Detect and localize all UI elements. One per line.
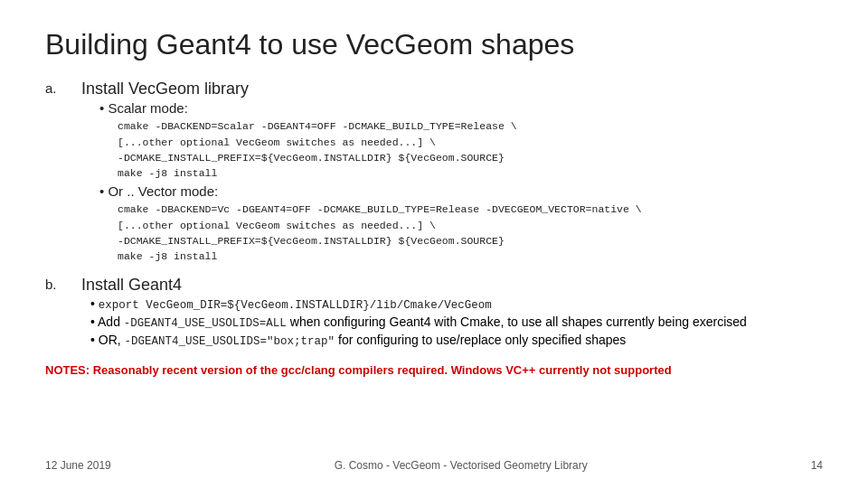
slide: Building Geant4 to use VecGeom shapes a.… [0, 0, 868, 488]
usolids-specific-code: -DGEANT4_USE_USOLIDS="box;trap" [125, 335, 335, 348]
usolids-all-text: when configuring Geant4 with Cmake, to u… [287, 314, 747, 329]
vector-code-line-1: cmake -DBACKEND=Vc -DGEANT4=OFF -DCMAKE_… [118, 202, 823, 217]
or-prefix: OR, [99, 333, 125, 347]
usolids-specific-text: for configuring to use/replace only spec… [335, 333, 626, 347]
section-a-label: a. [45, 80, 81, 96]
section-b-heading: Install Geant4 [81, 276, 823, 295]
scalar-mode-label: Scalar mode: [108, 100, 187, 116]
vector-code-line-4: make -j8 install [118, 249, 823, 264]
slide-title: Building Geant4 to use VecGeom shapes [45, 27, 823, 61]
section-a-heading: Install VecGeom library [81, 80, 823, 99]
section-b-bullet-2: • Add -DGEANT4_USE_USOLIDS=ALL when conf… [90, 314, 823, 330]
scalar-code-line-4: make -j8 install [118, 165, 823, 181]
scalar-code-line-2: [...other optional VecGeom switches as n… [118, 135, 823, 150]
section-b-bullet-1: • export VecGeom_DIR=${VecGeom.INSTALLDI… [90, 296, 823, 312]
notes-text: NOTES: Reasonably recent version of the … [45, 363, 823, 377]
add-prefix: Add [98, 314, 124, 329]
scalar-code-line-3: -DCMAKE_INSTALL_PREFIX=${VecGeom.INSTALL… [118, 150, 823, 165]
export-code: export VecGeom_DIR=${VecGeom.INSTALLDIR}… [99, 299, 492, 312]
scalar-code: cmake -DBACKEND=Scalar -DGEANT4=OFF -DCM… [118, 118, 823, 181]
section-b-bullet-3: • OR, -DGEANT4_USE_USOLIDS="box;trap" fo… [90, 333, 823, 348]
footer: 12 June 2019 G. Cosmo - VecGeom - Vector… [45, 459, 823, 472]
vector-mode-bullet: • Or .. Vector mode: [99, 183, 823, 199]
section-b-content: Install Geant4 • export VecGeom_DIR=${Ve… [81, 276, 823, 351]
section-a: a. Install VecGeom library • Scalar mode… [45, 80, 823, 267]
scalar-mode-bullet: • Scalar mode: [99, 100, 823, 116]
section-b-row: b. Install Geant4 • export VecGeom_DIR=$… [45, 276, 823, 351]
footer-page: 14 [811, 459, 823, 472]
footer-date: 12 June 2019 [45, 459, 111, 472]
scalar-code-line-1: cmake -DBACKEND=Scalar -DGEANT4=OFF -DCM… [118, 118, 823, 134]
section-a-row: a. Install VecGeom library • Scalar mode… [45, 80, 823, 267]
vector-code-line-3: -DCMAKE_INSTALL_PREFIX=${VecGeom.INSTALL… [118, 233, 823, 249]
vector-code: cmake -DBACKEND=Vc -DGEANT4=OFF -DCMAKE_… [118, 202, 823, 264]
vector-mode-label: Or .. Vector mode: [108, 183, 218, 199]
usolids-all-code: -DGEANT4_USE_USOLIDS=ALL [124, 317, 287, 330]
section-b-label: b. [45, 276, 81, 292]
footer-center: G. Cosmo - VecGeom - Vectorised Geometry… [335, 459, 588, 472]
section-b: b. Install Geant4 • export VecGeom_DIR=$… [45, 276, 823, 351]
section-a-content: Install VecGeom library • Scalar mode: c… [81, 80, 823, 267]
vector-code-line-2: [...other optional VecGeom switches as n… [118, 218, 823, 233]
